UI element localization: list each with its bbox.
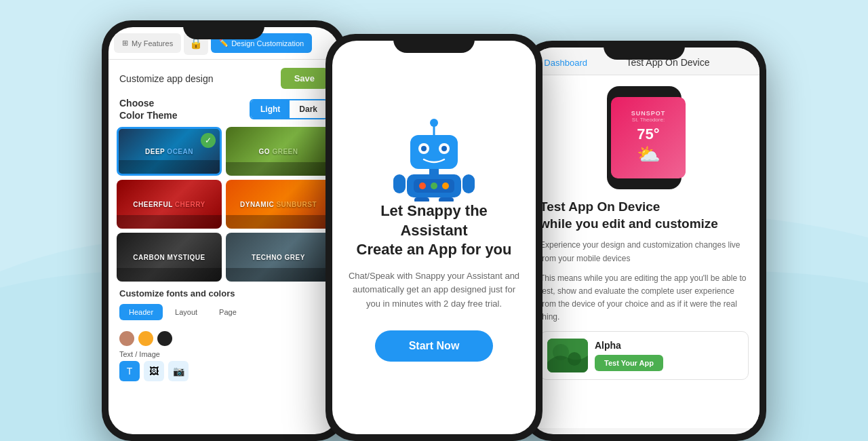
theme-dynamic-sunburst[interactable]: DYNAMIC SUNBURST bbox=[226, 180, 331, 229]
svg-point-12 bbox=[419, 183, 426, 189]
alpha-image bbox=[547, 339, 588, 372]
weather-temp: 75° bbox=[637, 126, 659, 143]
color-dots bbox=[108, 331, 339, 346]
fonts-section: Customize fonts and colors Header Layout… bbox=[108, 282, 339, 331]
phone-middle-notch bbox=[393, 34, 475, 53]
customize-header: Customize app design Save bbox=[108, 60, 339, 94]
theme-grey-label: TECHNO GREY bbox=[252, 254, 305, 261]
theme-techno-grey[interactable]: TECHNO GREY bbox=[226, 233, 331, 282]
theme-deep-ocean-label: DEEP OCEAN bbox=[145, 148, 193, 155]
alpha-card: Alpha Test Your App bbox=[540, 331, 749, 380]
selected-check: ✓ bbox=[201, 133, 216, 148]
theme-toggle: Light Dark bbox=[250, 99, 328, 119]
image-btn-2[interactable]: 📷 bbox=[168, 361, 189, 381]
color-theme-section-header: Choose Color Theme Light Dark bbox=[108, 94, 339, 127]
test-title: Test App On Device while you edit and cu… bbox=[540, 199, 749, 232]
image-btn-1[interactable]: 🖼 bbox=[144, 361, 164, 381]
text-btn[interactable]: T bbox=[119, 361, 140, 381]
color-theme-title: Choose Color Theme bbox=[119, 97, 178, 121]
design-icon: ✏️ bbox=[219, 39, 229, 47]
theme-go-green[interactable]: GO GREEN bbox=[226, 127, 331, 176]
themes-grid: ✓ DEEP OCEAN GO GREEN CHEERFUL CHERRY DY… bbox=[108, 127, 339, 282]
weather-mockup-wrapper: SUNSPOT St. Theodore: 75° ⛅ bbox=[540, 86, 749, 189]
phone-left-screen: ⊞ My Features 🔒 ✏️ Design Customization … bbox=[108, 27, 339, 434]
test-your-app-button[interactable]: Test Your App bbox=[595, 355, 663, 371]
tab-my-features-label: My Features bbox=[132, 39, 173, 47]
color-dot-brown[interactable] bbox=[119, 331, 134, 346]
alpha-name: Alpha bbox=[595, 340, 663, 351]
svg-point-13 bbox=[431, 183, 437, 189]
fonts-tabs: Header Layout Page bbox=[119, 304, 328, 320]
weather-label: SUNSPOT St. Theodore: bbox=[631, 110, 666, 123]
test-desc-2: This means while you are editing the app… bbox=[540, 272, 749, 324]
text-image-buttons: T 🖼 📷 bbox=[108, 361, 339, 381]
svg-rect-4 bbox=[410, 135, 458, 169]
inner-phone-mockup: SUNSPOT St. Theodore: 75° ⛅ bbox=[607, 86, 682, 189]
svg-rect-15 bbox=[393, 174, 406, 193]
alpha-info: Alpha Test Your App bbox=[595, 340, 663, 371]
text-image-label: Text / Image bbox=[108, 346, 339, 361]
back-button[interactable]: ‹ Dashboard bbox=[540, 58, 587, 68]
color-dot-yellow[interactable] bbox=[138, 331, 153, 346]
snappy-title: Let Snappy the Assistant Create an App f… bbox=[346, 202, 522, 260]
phone-left-notch bbox=[183, 20, 264, 39]
phone-left: ⊞ My Features 🔒 ✏️ Design Customization … bbox=[102, 20, 346, 441]
theme-cherry-label: CHEERFUL CHERRY bbox=[133, 201, 205, 208]
customize-title: Customize app design bbox=[119, 73, 214, 84]
phone-middle-screen: Let Snappy the Assistant Create an App f… bbox=[332, 41, 536, 434]
theme-light-button[interactable]: Light bbox=[251, 100, 290, 118]
tab-design-label: Design Customization bbox=[231, 39, 304, 47]
svg-point-14 bbox=[442, 183, 449, 189]
theme-go-green-label: GO GREEN bbox=[259, 148, 298, 155]
test-desc-1: Experience your design and customization… bbox=[540, 239, 749, 265]
phones-container: ⊞ My Features 🔒 ✏️ Design Customization … bbox=[0, 0, 868, 441]
svg-rect-9 bbox=[429, 169, 439, 174]
font-tab-page[interactable]: Page bbox=[210, 304, 246, 320]
font-tab-layout[interactable]: Layout bbox=[165, 304, 207, 320]
start-now-button[interactable]: Start Now bbox=[375, 330, 494, 362]
font-tab-header[interactable]: Header bbox=[119, 304, 163, 320]
snappy-robot bbox=[390, 113, 478, 202]
phone-right: ‹ Dashboard Test App On Device SUNSPOT S… bbox=[522, 41, 766, 441]
theme-carbon-label: CARBON MYSTIQUE bbox=[133, 254, 205, 261]
svg-point-3 bbox=[430, 119, 438, 127]
grid-icon: ⊞ bbox=[122, 39, 128, 47]
phone-right-screen: ‹ Dashboard Test App On Device SUNSPOT S… bbox=[529, 47, 760, 434]
svg-rect-16 bbox=[462, 174, 475, 193]
fonts-title: Customize fonts and colors bbox=[119, 288, 328, 299]
phone-right-notch bbox=[604, 41, 685, 60]
weather-icon: ⛅ bbox=[637, 143, 660, 166]
right-content: SUNSPOT St. Theodore: 75° ⛅ Test App On … bbox=[529, 75, 760, 428]
color-dot-black[interactable] bbox=[157, 331, 172, 346]
theme-carbon-mystique[interactable]: CARBON MYSTIQUE bbox=[117, 233, 222, 282]
svg-point-8 bbox=[441, 146, 447, 151]
phone-middle: Let Snappy the Assistant Create an App f… bbox=[326, 34, 542, 441]
svg-point-6 bbox=[421, 146, 427, 151]
weather-card: SUNSPOT St. Theodore: 75° ⛅ bbox=[611, 97, 686, 178]
theme-cheerful-cherry[interactable]: CHEERFUL CHERRY bbox=[117, 180, 222, 229]
theme-deep-ocean[interactable]: ✓ DEEP OCEAN bbox=[117, 127, 222, 176]
save-button[interactable]: Save bbox=[281, 68, 328, 89]
snappy-description: Chat/Speak with Snappy your Assistant an… bbox=[346, 269, 522, 311]
theme-dark-button[interactable]: Dark bbox=[290, 100, 327, 118]
tab-my-features[interactable]: ⊞ My Features bbox=[114, 33, 181, 53]
theme-sunburst-label: DYNAMIC SUNBURST bbox=[240, 201, 317, 208]
back-label: Dashboard bbox=[544, 58, 587, 68]
